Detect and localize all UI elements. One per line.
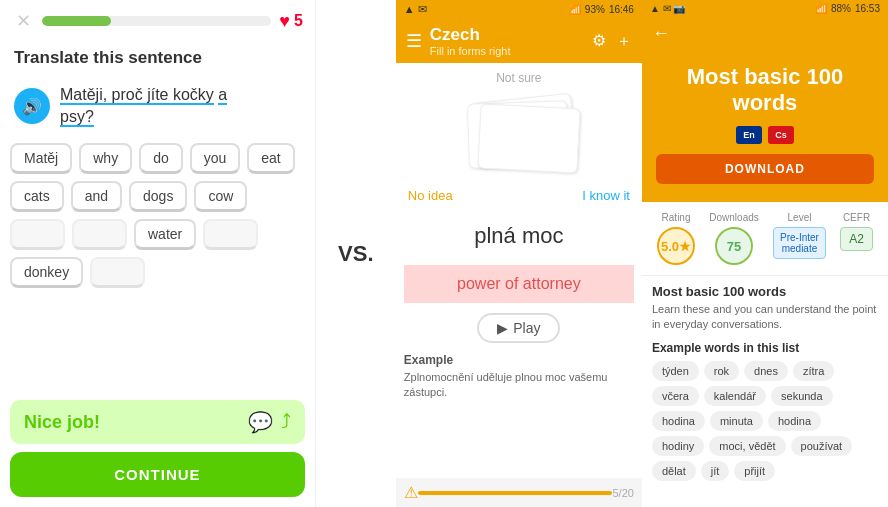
share-icon[interactable]: ⤴ xyxy=(281,410,291,434)
close-icon[interactable]: ✕ xyxy=(12,10,34,32)
phrase-display: plná moc xyxy=(404,211,634,261)
word-button[interactable]: why xyxy=(79,143,132,174)
word-button[interactable]: water xyxy=(134,219,196,250)
word-tag[interactable]: rok xyxy=(704,361,739,381)
word-button[interactable]: donkey xyxy=(10,257,83,288)
level-label: Level xyxy=(788,212,812,223)
battery-text: 93% xyxy=(585,4,605,15)
statusbar-right: 📶 88% 16:53 xyxy=(815,3,880,14)
play-icon: ▶ xyxy=(497,320,508,336)
word-tag[interactable]: zítra xyxy=(793,361,834,381)
statusbar-left: ▲ ✉ xyxy=(404,3,427,16)
app-title: Czech xyxy=(430,25,511,45)
downloads-value: 75 xyxy=(715,227,753,265)
back-icon[interactable]: ← xyxy=(652,23,670,44)
word-tag[interactable]: včera xyxy=(652,386,699,406)
word-tag[interactable]: používat xyxy=(791,436,853,456)
signal-icon: 📶 xyxy=(569,4,581,15)
word-tag[interactable]: moci, vědět xyxy=(709,436,785,456)
word-button[interactable]: you xyxy=(190,143,241,174)
stat-level: Level Pre-Intermediate xyxy=(773,212,826,265)
card-3 xyxy=(477,103,580,173)
word-tag[interactable]: hodiny xyxy=(652,436,704,456)
rating-label: Rating xyxy=(662,212,691,223)
no-idea-button[interactable]: No idea xyxy=(408,188,453,203)
statusbar-right: 📶 93% 16:46 xyxy=(569,4,634,15)
card-stack xyxy=(454,98,584,178)
add-icon[interactable]: ＋ xyxy=(616,31,632,52)
section-title: Most basic 100 words xyxy=(652,284,878,299)
nice-job-icons: 💬 ⤴ xyxy=(248,410,291,434)
word-tag[interactable]: přijít xyxy=(734,461,775,481)
statusbar-icons: ▲ ✉ xyxy=(404,3,427,16)
duolingo-translate-panel: ✕ ♥ 5 Translate this sentence 🔊 Matěji, … xyxy=(0,0,316,507)
flag-cs: Cs xyxy=(768,126,794,144)
answer-display: power of attorney xyxy=(404,265,634,303)
p1-header: ✕ ♥ 5 xyxy=(0,0,315,42)
example-words-label: Example words in this list xyxy=(652,341,878,355)
downloads-label: Downloads xyxy=(709,212,758,223)
word-tag[interactable]: sekunda xyxy=(771,386,833,406)
page-title: Translate this sentence xyxy=(0,42,315,78)
word-tag[interactable]: dělat xyxy=(652,461,696,481)
nice-job-text: Nice job! xyxy=(24,412,100,433)
word-button[interactable]: cats xyxy=(10,181,64,212)
signal-icon: 📶 xyxy=(815,3,827,14)
word-button[interactable] xyxy=(90,257,145,288)
language-flags: En Cs xyxy=(656,126,874,144)
no-idea-iknow-row: No idea I know it xyxy=(404,188,634,203)
statusbar-left-icons: ▲ ✉ 📷 xyxy=(650,3,685,14)
p2-content: Not sure No idea I know it plná moc powe… xyxy=(396,63,642,478)
heart-icon: ♥ xyxy=(279,11,290,32)
word-button[interactable]: do xyxy=(139,143,183,174)
czech-app-panel: ▲ ✉ 📶 93% 16:46 ☰ Czech Fill in forms ri… xyxy=(396,0,642,507)
word-tag[interactable]: jít xyxy=(701,461,730,481)
word-button[interactable]: eat xyxy=(247,143,294,174)
topbar-left: ☰ Czech Fill in forms right xyxy=(406,25,511,57)
hero-title: Most basic 100 words xyxy=(656,64,874,116)
vs-divider: VS. xyxy=(316,0,396,507)
bottom-progress-bar xyxy=(418,491,613,495)
word-tag[interactable]: kalendář xyxy=(704,386,766,406)
word-button[interactable] xyxy=(72,219,127,250)
word-tag[interactable]: hodina xyxy=(652,411,705,431)
level-value: Pre-Intermediate xyxy=(773,227,826,259)
flag-en: En xyxy=(736,126,762,144)
topbar-right: ⚙ ＋ xyxy=(592,31,632,52)
speaker-button[interactable]: 🔊 xyxy=(14,88,50,124)
warning-icon: ⚠ xyxy=(404,483,418,502)
filter-icon[interactable]: ⚙ xyxy=(592,31,606,52)
stat-downloads: Downloads 75 xyxy=(709,212,758,265)
chat-icon[interactable]: 💬 xyxy=(248,410,273,434)
word-button[interactable]: and xyxy=(71,181,122,212)
rating-value: 5.0★ xyxy=(657,227,695,265)
continue-button[interactable]: CONTINUE xyxy=(10,452,305,497)
hearts-count: 5 xyxy=(294,12,303,30)
p3-hero: Most basic 100 words En Cs DOWNLOAD xyxy=(642,54,888,202)
p2-topbar: ☰ Czech Fill in forms right ⚙ ＋ xyxy=(396,19,642,63)
download-button[interactable]: DOWNLOAD xyxy=(656,154,874,184)
p2-statusbar: ▲ ✉ 📶 93% 16:46 xyxy=(396,0,642,19)
word-button[interactable] xyxy=(10,219,65,250)
hearts-display: ♥ 5 xyxy=(279,11,303,32)
p3-body: Most basic 100 words Learn these and you… xyxy=(642,276,888,507)
word-tag[interactable]: minuta xyxy=(710,411,763,431)
word-tag[interactable]: týden xyxy=(652,361,699,381)
word-button[interactable]: dogs xyxy=(129,181,187,212)
word-button[interactable] xyxy=(203,219,258,250)
nice-job-banner: Nice job! 💬 ⤴ xyxy=(10,400,305,444)
battery-text: 88% xyxy=(831,3,851,14)
p2-bottom-bar: ⚠ 5/20 xyxy=(396,478,642,507)
word-tag[interactable]: hodina xyxy=(768,411,821,431)
i-know-button[interactable]: I know it xyxy=(582,188,630,203)
cefr-label: CEFR xyxy=(843,212,870,223)
word-button[interactable]: Matěj xyxy=(10,143,72,174)
word-tag[interactable]: dnes xyxy=(744,361,788,381)
not-sure-label: Not sure xyxy=(496,71,541,85)
menu-icon[interactable]: ☰ xyxy=(406,30,422,52)
stats-row: Rating 5.0★ Downloads 75 Level Pre-Inter… xyxy=(642,202,888,276)
sentence-text: Matěji, proč jíte kočky a psy? xyxy=(60,84,227,129)
cefr-value: A2 xyxy=(840,227,873,251)
word-button[interactable]: cow xyxy=(194,181,247,212)
play-button[interactable]: ▶ Play xyxy=(477,313,560,343)
